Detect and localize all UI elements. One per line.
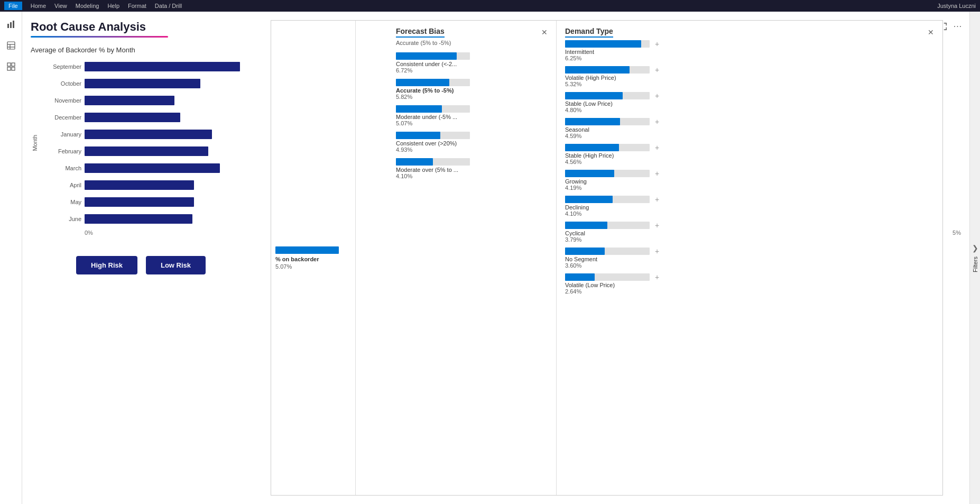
bar-row[interactable]: March — [39, 160, 240, 177]
svg-rect-10 — [12, 67, 15, 70]
forecast-bias-item[interactable]: Moderate under (-5% ...5.07% — [396, 105, 548, 126]
grid-icon-btn[interactable] — [3, 58, 20, 75]
bar-fill — [85, 130, 212, 139]
demand-type-item[interactable]: +Stable (High Price)4.56% — [565, 143, 934, 165]
demand-type-panel: Demand Type ✕ +Intermittent6.25%+Volatil… — [557, 21, 942, 495]
demand-value: 3.60% — [565, 262, 934, 269]
axis-tick-1: 5% — [953, 230, 961, 236]
bar-row[interactable]: December — [39, 109, 240, 126]
demand-bar-track — [565, 144, 650, 151]
forecast-bias-item[interactable]: Moderate over (5% to ...4.10% — [396, 158, 548, 179]
demand-bar-fill — [565, 144, 619, 151]
decomp-bar-fill — [396, 132, 440, 139]
menu-data-drill[interactable]: Data / Drill — [155, 3, 182, 9]
collapse-icon[interactable]: ❯ — [972, 244, 978, 252]
low-risk-button[interactable]: Low Risk — [146, 256, 206, 274]
bar-label: October — [39, 80, 81, 87]
demand-type-item[interactable]: +Cyclical3.79% — [565, 221, 934, 243]
bar-row[interactable]: April — [39, 177, 240, 194]
bar-fill — [85, 146, 208, 156]
decomp-bar-fill — [396, 52, 457, 60]
decomp-name: Accurate (5% to -5%) — [396, 87, 548, 94]
demand-bar-track — [565, 92, 650, 99]
bar-row[interactable]: October — [39, 75, 240, 92]
bar-row[interactable]: January — [39, 126, 240, 143]
menu-view[interactable]: View — [54, 3, 67, 9]
decomp-bar-track — [396, 158, 470, 166]
svg-rect-7 — [7, 63, 11, 66]
bar-fill — [85, 113, 180, 122]
forecast-bias-item[interactable]: Accurate (5% to -5%)5.82% — [396, 79, 548, 100]
demand-type-item[interactable]: +No Segment3.60% — [565, 247, 934, 269]
bar-fill — [85, 163, 220, 173]
svg-rect-2 — [13, 21, 14, 28]
bar-row[interactable]: September — [39, 58, 240, 75]
bar-chart-icon-btn[interactable] — [3, 16, 20, 33]
bar-row[interactable]: February — [39, 143, 240, 160]
demand-expand-icon[interactable]: + — [655, 273, 659, 281]
demand-type-item[interactable]: +Volatile (Low Price)2.64% — [565, 273, 934, 295]
demand-expand-icon[interactable]: + — [655, 195, 659, 204]
svg-rect-3 — [7, 42, 15, 49]
menu-format[interactable]: Format — [128, 3, 146, 9]
bar-label: February — [39, 148, 81, 154]
demand-name: Stable (High Price) — [565, 152, 934, 159]
bar-row[interactable]: May — [39, 194, 240, 210]
demand-expand-icon[interactable]: + — [655, 143, 659, 152]
demand-expand-icon[interactable]: + — [655, 247, 659, 255]
high-risk-button[interactable]: High Risk — [76, 256, 137, 274]
demand-bar-track — [565, 40, 650, 48]
demand-type-item[interactable]: +Declining4.10% — [565, 195, 934, 217]
demand-value: 4.59% — [565, 133, 934, 139]
bar-label: March — [39, 165, 81, 171]
bar-row[interactable]: November — [39, 92, 240, 109]
filters-label[interactable]: Filters — [972, 256, 978, 272]
root-label: % on backorder — [275, 256, 319, 262]
demand-type-item[interactable]: +Seasonal4.59% — [565, 117, 934, 139]
bar-fill — [85, 96, 174, 105]
demand-expand-icon[interactable]: + — [655, 91, 659, 100]
menu-file[interactable]: File — [4, 2, 22, 10]
demand-type-item[interactable]: +Intermittent6.25% — [565, 40, 934, 61]
svg-rect-9 — [7, 67, 11, 70]
demand-expand-icon[interactable]: + — [655, 40, 659, 48]
demand-bar-fill — [565, 92, 623, 99]
demand-type-close[interactable]: ✕ — [928, 28, 934, 36]
forecast-bias-title: Forecast Bias — [396, 27, 445, 38]
demand-type-header: Demand Type ✕ — [565, 27, 934, 38]
demand-expand-icon[interactable]: + — [655, 66, 659, 74]
demand-bar-fill — [565, 40, 641, 48]
demand-expand-icon[interactable]: + — [655, 221, 659, 230]
forecast-bias-close[interactable]: ✕ — [541, 28, 548, 36]
demand-expand-icon[interactable]: + — [655, 169, 659, 178]
demand-bar-track — [565, 222, 650, 229]
menu-home[interactable]: Home — [31, 3, 46, 9]
forecast-bias-item[interactable]: Consistent over (>20%)4.93% — [396, 132, 548, 153]
menu-help[interactable]: Help — [107, 3, 119, 9]
bar-label: June — [39, 216, 81, 222]
menu-modeling[interactable]: Modeling — [76, 3, 99, 9]
demand-value: 3.79% — [565, 236, 934, 243]
bar-track — [85, 113, 240, 122]
demand-name: Growing — [565, 178, 934, 185]
demand-name: Stable (Low Price) — [565, 100, 934, 107]
table-icon-btn[interactable] — [3, 37, 20, 54]
demand-name: Intermittent — [565, 49, 934, 55]
demand-name: Cyclical — [565, 230, 934, 236]
demand-bar-track — [565, 170, 650, 177]
more-toolbar-icon[interactable]: ··· — [951, 20, 964, 33]
bar-label: April — [39, 182, 81, 188]
demand-bar-track — [565, 66, 650, 74]
demand-type-item[interactable]: +Volatile (High Price)5.32% — [565, 66, 934, 87]
demand-type-item[interactable]: +Stable (Low Price)4.80% — [565, 91, 934, 113]
forecast-bias-item[interactable]: Consistent under (<-2...6.72% — [396, 52, 548, 74]
demand-type-item[interactable]: +Growing4.19% — [565, 169, 934, 191]
decomp-name: Consistent under (<-2... — [396, 61, 548, 67]
content-area: ··· Root Cause Analysis Average of Backo… — [22, 12, 969, 504]
demand-expand-icon[interactable]: + — [655, 117, 659, 126]
decomp-bar-fill — [396, 105, 442, 113]
demand-type-title: Demand Type — [565, 27, 613, 38]
decomp-bar-track — [396, 132, 470, 139]
bar-track — [85, 180, 240, 190]
bar-row[interactable]: June — [39, 210, 240, 227]
